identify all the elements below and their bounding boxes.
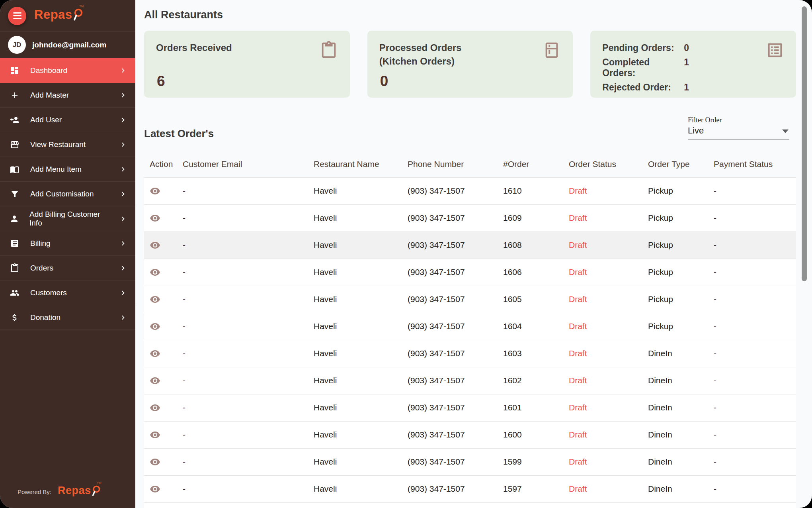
sidebar-item-view-restaurant[interactable]: View Restaurant [0,132,135,157]
view-order-button[interactable] [150,430,160,440]
dashboard-icon [10,66,20,75]
user-profile[interactable]: JD johndoe@gmail.com [0,32,135,58]
cell-customer-email: - [180,231,311,259]
sidebar-item-add-master[interactable]: Add Master [0,83,135,108]
stat-label: Rejected Order: [602,82,684,93]
table-row[interactable]: - Haveli (903) 347-1507 1603 Draft DineI… [144,340,796,367]
cell-customer-email: - [180,340,311,367]
cell-phone-number: (903) 347-1507 [405,475,501,502]
dropdown-arrow-icon [782,129,789,133]
sidebar-item-dashboard[interactable]: Dashboard [0,58,135,83]
chevron-right-icon [119,288,127,297]
sidebar-item-label: View Restaurant [30,140,86,149]
table-row[interactable]: - Haveli (903) 347-1507 1610 Draft Picku… [144,177,796,204]
view-order-button[interactable] [150,484,160,494]
cell-order-number: 1610 [501,177,566,204]
view-order-button[interactable] [150,213,160,224]
sidebar-item-billing[interactable]: Billing [0,231,135,256]
table-row[interactable]: - Haveli (903) 347-1507 1606 Draft Picku… [144,259,796,286]
table-row[interactable]: - Haveli (903) 347-1507 1609 Draft Picku… [144,204,796,231]
cell-order-status: Draft [566,177,646,204]
powered-by-label: Powered By: [18,488,51,495]
chevron-right-icon [119,165,127,174]
cell-order-number: 1601 [501,394,566,421]
view-order-button[interactable] [150,457,160,467]
cell-order-number: 1603 [501,340,566,367]
view-order-button[interactable] [150,186,160,196]
view-order-button[interactable] [150,321,160,332]
brand-logo-text: Repas [34,8,72,21]
brand-logo: Repas TM [34,8,83,23]
sidebar-item-add-menu-item[interactable]: Add Menu Item [0,157,135,182]
col-header-order: #Order [501,151,566,177]
sidebar-item-add-customisation[interactable]: Add Customisation [0,182,135,206]
processed-orders-card: Processed Orders (Kitchen Orders) 0 [367,31,573,98]
cell-customer-email: - [180,313,311,340]
sidebar-item-add-user[interactable]: Add User [0,108,135,132]
dollar-icon [10,313,20,322]
table-row[interactable]: - Haveli (903) 347-1507 1604 Draft Picku… [144,313,796,340]
cell-restaurant-name: Haveli [311,394,405,421]
table-row[interactable]: - Haveli (903) 347-1507 1597 Draft DineI… [144,475,796,502]
trademark-label: TM [79,5,84,8]
sidebar-item-customers[interactable]: Customers [0,280,135,305]
cell-order-type: Pickup [646,286,711,313]
cell-order-number: 1606 [501,259,566,286]
sidebar-item-orders[interactable]: Orders [0,256,135,280]
table-row[interactable]: - Haveli (903) 347-1507 1600 Draft DineI… [144,421,796,448]
cell-payment-status: - [711,421,796,448]
cell-order-status: Draft [566,204,646,231]
view-order-button[interactable] [150,402,160,413]
sidebar-item-label: Dashboard [30,66,67,75]
sidebar-item-label: Billing [30,239,51,248]
sidebar-menu: Dashboard Add Master Add User View Resta… [0,58,135,330]
cell-restaurant-name: Haveli [311,475,405,502]
chevron-right-icon [119,190,127,198]
col-header-restaurant-name: Restaurant Name [311,151,405,177]
cell-payment-status: - [711,204,796,231]
cell-phone-number: (903) 347-1507 [405,204,501,231]
table-row[interactable]: - Haveli (903) 347-1507 1605 Draft Picku… [144,286,796,313]
summary-cards: Orders Received 6 Processed Orders (Kitc… [144,31,796,98]
cell-restaurant-name: Haveli [311,259,405,286]
sidebar-item-donation[interactable]: Donation [0,305,135,330]
vertical-scrollbar[interactable] [802,6,807,281]
powered-by-logo: Repas TM [58,485,101,498]
cell-order-status: Draft [566,340,646,367]
cell-order-number: 1608 [501,231,566,259]
chevron-right-icon [119,239,127,248]
filter-order-select[interactable]: Filter Order Live [688,116,789,140]
cell-customer-email: - [180,448,311,475]
filter-order-label: Filter Order [688,116,789,124]
sidebar-item-label: Customers [30,288,67,297]
cell-restaurant-name: Haveli [311,286,405,313]
sidebar-item-label: Add Billing Customer Info [29,210,108,228]
col-header-order-type: Order Type [646,151,711,177]
cell-customer-email: - [180,475,311,502]
cell-order-number: 1602 [501,367,566,394]
cell-order-status: Draft [566,231,646,259]
table-row[interactable]: - Haveli (903) 347-1507 1608 Draft Picku… [144,231,796,259]
table-row[interactable]: - Haveli (903) 347-1507 1601 Draft DineI… [144,394,796,421]
sidebar-item-add-billing-customer-info[interactable]: Add Billing Customer Info [0,206,135,231]
cell-order-number: 1604 [501,313,566,340]
eye-icon [150,267,160,278]
completed-orders-row: Completed Orders: 1 [602,57,784,78]
view-order-button[interactable] [150,348,160,359]
cell-payment-status: - [711,448,796,475]
view-order-button[interactable] [150,375,160,386]
view-order-button[interactable] [150,240,160,251]
table-row[interactable]: - Haveli (903) 347-1507 1599 Draft DineI… [144,448,796,475]
user-email: johndoe@gmail.com [32,41,106,49]
chevron-right-icon [119,264,127,273]
page-title: All Restaurants [144,9,796,21]
cell-phone-number: (903) 347-1507 [405,313,501,340]
table-row[interactable]: - Haveli (903) 347-1507 1602 Draft DineI… [144,367,796,394]
receipt-icon [10,239,20,248]
view-order-button[interactable] [150,294,160,305]
view-order-button[interactable] [150,267,160,278]
hamburger-menu-button[interactable] [8,7,26,25]
chevron-right-icon [119,140,127,149]
sidebar-item-label: Add Master [30,91,69,100]
stat-label: Completed Orders: [602,57,684,78]
